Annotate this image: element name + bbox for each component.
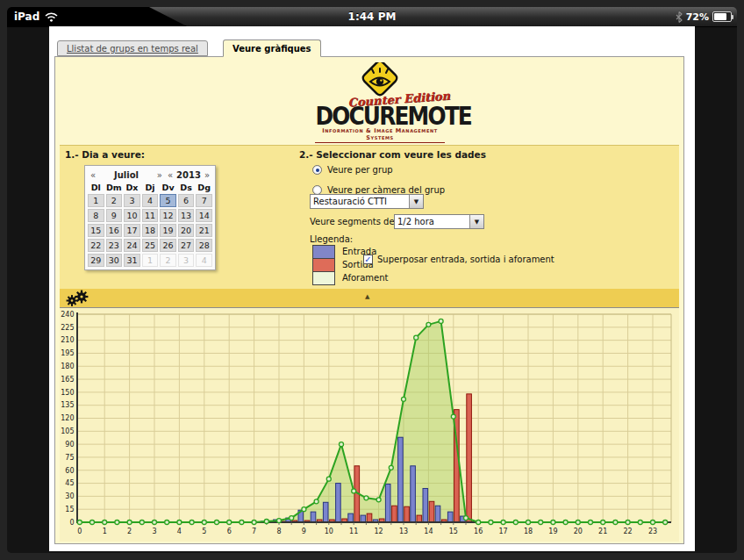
calendar-day[interactable]: 9: [106, 209, 123, 222]
calendar-day[interactable]: 7: [196, 194, 212, 207]
segments-label: Veure segments de:: [310, 217, 397, 226]
segments-select[interactable]: 1/2 hora ▼: [394, 214, 484, 229]
calendar-day[interactable]: 29: [88, 254, 104, 267]
svg-text:22: 22: [624, 528, 633, 535]
svg-text:0: 0: [69, 519, 74, 527]
calendar-day[interactable]: 4: [142, 194, 159, 207]
calendar-day[interactable]: 6: [178, 194, 195, 207]
svg-text:240: 240: [61, 311, 74, 319]
calendar-day[interactable]: 19: [160, 224, 176, 237]
svg-text:5: 5: [202, 528, 206, 535]
calendar-day[interactable]: 21: [196, 224, 212, 237]
controls-section: 1.- Dia a veure: 2.- Seleccionar com veu…: [60, 145, 679, 290]
legend-label-aforament: Aforament: [342, 273, 389, 283]
calendar-day[interactable]: 23: [106, 239, 123, 252]
svg-text:45: 45: [65, 479, 74, 487]
calendar-day[interactable]: 26: [160, 239, 176, 252]
group-select[interactable]: Restauració CTTI ▼: [310, 194, 424, 209]
calendar-day[interactable]: 1: [88, 194, 104, 207]
radio-veure-per-grup-label: Veure per grup: [327, 165, 393, 175]
calendar-day[interactable]: 3: [178, 254, 195, 267]
collapse-panel-icon[interactable]: ▲: [365, 292, 369, 301]
tab-veure-grafiques[interactable]: Veure gràfiques: [223, 39, 321, 57]
calendar-day[interactable]: 2: [106, 194, 123, 207]
calendar-day[interactable]: 22: [88, 239, 104, 252]
svg-text:2: 2: [127, 528, 132, 535]
calendar-prev-month-button[interactable]: «: [88, 170, 98, 180]
calendar-day[interactable]: 2: [160, 254, 176, 267]
overlay-checkbox[interactable]: ✓: [363, 255, 373, 264]
svg-text:15: 15: [65, 506, 74, 513]
calendar-day[interactable]: 20: [178, 224, 195, 237]
svg-text:1: 1: [103, 528, 107, 535]
svg-text:17: 17: [499, 528, 508, 535]
group-select-dropdown-button[interactable]: ▼: [409, 195, 423, 208]
ipad-screen: iPad 1:44 PM 72% Llistat de grups en tem…: [7, 7, 737, 553]
svg-text:23: 23: [648, 528, 657, 535]
calendar-day[interactable]: 14: [196, 209, 212, 222]
svg-text:3: 3: [152, 528, 156, 535]
status-indicators: 72%: [676, 7, 732, 26]
calendar-day[interactable]: 18: [142, 224, 159, 237]
svg-text:9: 9: [302, 528, 306, 535]
calendar-next-month-button[interactable]: »: [154, 170, 165, 180]
calendar-day[interactable]: 12: [160, 209, 176, 222]
svg-text:60: 60: [65, 467, 74, 475]
calendar-day[interactable]: 15: [88, 224, 104, 237]
segments-select-dropdown-button[interactable]: ▼: [469, 215, 483, 228]
calendar-prev-year-button[interactable]: «: [165, 170, 175, 180]
legend-swatch-aforament: [312, 271, 335, 285]
legend-title: Llegenda:: [310, 234, 353, 244]
calendar-day[interactable]: 17: [124, 224, 140, 237]
svg-text:150: 150: [61, 389, 74, 397]
calendar-day[interactable]: 28: [196, 239, 212, 252]
calendar-next-year-button[interactable]: »: [202, 170, 212, 180]
calendar-day[interactable]: 27: [178, 239, 195, 252]
calendar-day-name: Dj: [142, 183, 159, 192]
calendar-day[interactable]: 13: [178, 209, 195, 222]
view-section-title: 2.- Seleccionar com veure les dades: [299, 149, 486, 160]
calendar-day-name: Dv: [160, 183, 176, 192]
calendar: « Juliol » « 2013 » DlDmDxDjDvDsDg 12345…: [84, 165, 216, 270]
svg-text:165: 165: [61, 376, 74, 384]
svg-text:21: 21: [598, 528, 607, 535]
svg-text:19: 19: [548, 528, 557, 535]
main-panel: Counter Edition DOCUREMOTE Information &…: [54, 56, 684, 544]
radio-veure-per-grup[interactable]: [312, 165, 322, 175]
svg-text:14: 14: [424, 528, 433, 535]
svg-text:4: 4: [177, 528, 182, 535]
svg-text:105: 105: [61, 427, 74, 435]
calendar-day-name: Dl: [88, 183, 104, 192]
calendar-day[interactable]: 30: [106, 254, 123, 267]
calendar-day[interactable]: 4: [196, 254, 212, 267]
chevron-down-icon: ▼: [475, 219, 479, 226]
gears-icon[interactable]: [64, 290, 94, 307]
calendar-day[interactable]: 3: [124, 194, 140, 207]
svg-text:16: 16: [474, 528, 483, 535]
calendar-day[interactable]: 5: [160, 194, 176, 207]
calendar-day[interactable]: 10: [124, 209, 140, 222]
calendar-day[interactable]: 24: [124, 239, 140, 252]
svg-text:8: 8: [276, 528, 281, 535]
calendar-day[interactable]: 1: [142, 254, 159, 267]
chart-svg: 0153045607590105120135150165180195210225…: [60, 308, 681, 541]
legend-swatch-sortida: [312, 258, 335, 272]
calendar-day[interactable]: 16: [106, 224, 123, 237]
calendar-day[interactable]: 8: [88, 209, 104, 222]
calendar-day[interactable]: 25: [142, 239, 159, 252]
calendar-day[interactable]: 11: [142, 209, 159, 222]
svg-text:225: 225: [61, 324, 74, 332]
svg-text:30: 30: [65, 492, 74, 500]
calendar-day[interactable]: 31: [124, 254, 140, 267]
svg-text:6: 6: [227, 528, 232, 535]
calendar-grid: 1234567891011121314151617181920212223242…: [88, 194, 212, 267]
calendar-day-name: Ds: [178, 183, 195, 192]
svg-text:180: 180: [61, 363, 74, 370]
tab-llistat-grups[interactable]: Llistat de grups en temps real: [57, 40, 208, 56]
calendar-day-names: DlDmDxDjDvDsDg: [88, 183, 212, 192]
calendar-month-label: Juliol: [98, 170, 154, 180]
svg-text:90: 90: [65, 441, 74, 449]
day-section-title: 1.- Dia a veure:: [65, 149, 145, 160]
calendar-year-label: 2013: [175, 170, 202, 180]
calendar-day-name: Dx: [124, 183, 140, 192]
